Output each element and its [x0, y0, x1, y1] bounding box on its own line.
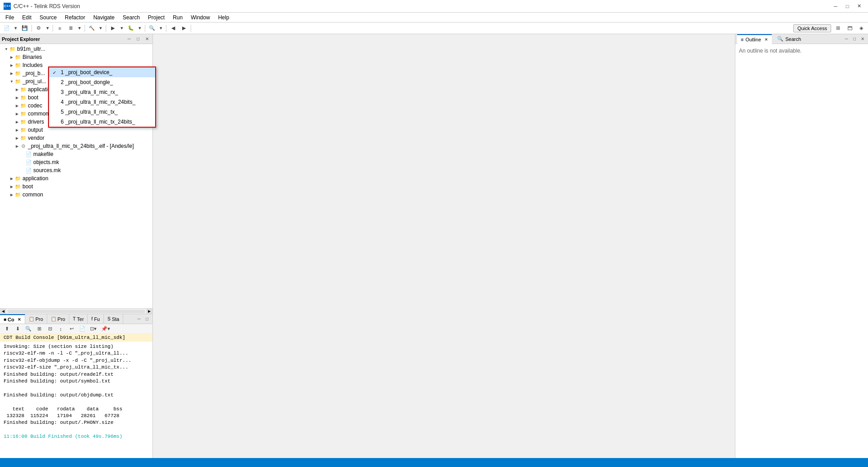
console-btn6[interactable]: ↕	[56, 325, 66, 334]
toolbar-new[interactable]: 📄	[2, 24, 12, 33]
dropdown-item-1[interactable]: ✓ 1 _proj_boot_device_	[49, 67, 155, 77]
toolbar-new-dropdown[interactable]: ▾	[13, 24, 19, 33]
console-toolbar: ⬆ ⬇ 🔍 ⊞ ⊟ ↕ ↩ 📄 ⊡▾ 📌▾	[0, 324, 152, 334]
toolbar-btn3[interactable]: ≡	[55, 24, 65, 33]
toolbar-btn2[interactable]: ⚙	[34, 24, 44, 33]
tree-item-boot2[interactable]: ▶ 📁 boot	[0, 182, 152, 191]
close-button[interactable]: ✕	[854, 2, 864, 10]
tree-scroll-right[interactable]: ▶	[146, 309, 152, 314]
menu-window[interactable]: Window	[187, 13, 214, 22]
dropdown-item-2[interactable]: 2 _proj_boot_dongle_	[49, 77, 155, 87]
menu-search[interactable]: Search	[119, 13, 143, 22]
right-panel-minimize[interactable]: ─	[843, 36, 850, 43]
tab-search[interactable]: 🔍 Search	[774, 34, 805, 44]
console-btn3[interactable]: 🔍	[23, 325, 33, 334]
main-layout: ✓ 1 _proj_boot_device_ 2 _proj_boot_dong…	[0, 34, 868, 467]
toolbar-build[interactable]: 🔨	[87, 24, 97, 33]
toolbar-icon2[interactable]: 🗖	[845, 24, 855, 33]
console-line-2: riscv32-elf-nm -n -l -C "_proj_ultra_ll.…	[4, 350, 149, 357]
tree-scroll-left[interactable]: ◀	[0, 309, 6, 314]
tree-item-makefile[interactable]: 📄 makefile	[0, 150, 152, 158]
toolbar-debug[interactable]: 🐛	[126, 24, 136, 33]
tree-item-binaries[interactable]: ▶ 📁 Binaries	[0, 53, 152, 61]
toolbar-sep5	[145, 25, 145, 32]
console-minimize[interactable]: ─	[135, 316, 143, 323]
tree-item-application2[interactable]: ▶ 📁 application	[0, 174, 152, 182]
tab-fu[interactable]: f Fu	[88, 314, 104, 324]
toolbar-search-dropdown[interactable]: ▾	[158, 24, 164, 33]
console-display-dropdown[interactable]: ⊡▾	[88, 325, 98, 334]
right-panel-close[interactable]: ✕	[859, 36, 866, 43]
console-line-1: Invoking: Size (section size listing)	[4, 343, 149, 350]
console-pin-dropdown[interactable]: 📌▾	[99, 325, 112, 334]
toolbar-icon3[interactable]: ◈	[856, 24, 866, 33]
folder-icon-boot2: 📁	[14, 183, 22, 190]
console-btn8[interactable]: 📄	[77, 325, 87, 334]
toolbar-save[interactable]: 💾	[20, 24, 30, 33]
tree-arrow-sources-mk	[20, 169, 25, 173]
toolbar-search[interactable]: 🔍	[147, 24, 157, 33]
menu-refactor[interactable]: Refactor	[61, 13, 89, 22]
check-icon-4	[53, 100, 59, 105]
menu-navigate[interactable]: Navigate	[89, 13, 118, 22]
console-btn1[interactable]: ⬆	[2, 325, 12, 334]
dropdown-item-5[interactable]: 5 _proj_ultra_ll_mic_tx_	[49, 107, 155, 117]
toolbar-run2-dropdown[interactable]: ▾	[119, 24, 125, 33]
toolbar-run[interactable]: ▶	[108, 24, 118, 33]
right-panel-maximize[interactable]: □	[851, 36, 858, 43]
tab-console-close[interactable]: ✕	[18, 317, 21, 322]
toolbar-debug-dropdown[interactable]: ▾	[137, 24, 143, 33]
tab-sta[interactable]: S Sta	[104, 314, 123, 324]
tree-item-common2[interactable]: ▶ 📁 common	[0, 191, 152, 199]
toolbar-btn4-dropdown[interactable]: ▾	[76, 24, 83, 33]
dropdown-item-4[interactable]: 4 _proj_ultra_ll_mic_rx_24bits_	[49, 97, 155, 107]
dropdown-item-3[interactable]: 3 _proj_ultra_ll_mic_rx_	[49, 87, 155, 97]
minimize-button[interactable]: ─	[830, 2, 841, 10]
toolbar-back[interactable]: ◀	[168, 24, 178, 33]
tab-outline[interactable]: ≡ Outline ✕	[737, 34, 772, 44]
tree-label-common: common	[28, 111, 49, 117]
tab-pro2-label: Pro	[58, 316, 65, 322]
toolbar-build-dropdown[interactable]: ▾	[45, 24, 51, 33]
project-explorer-close[interactable]: ✕	[143, 36, 151, 43]
toolbar-icon1[interactable]: ⊞	[833, 24, 843, 33]
console-btn5[interactable]: ⊟	[45, 325, 55, 334]
tree-item-elf[interactable]: ▶ ⚙ _proj_ultra_ll_mic_tx_24bits_.elf - …	[0, 142, 152, 150]
tab-pro2[interactable]: 📋 Pro	[47, 314, 69, 324]
toolbar-forward[interactable]: ▶	[179, 24, 189, 33]
tree-item-vendor[interactable]: ▶ 📁 vendor	[0, 134, 152, 142]
menu-source[interactable]: Source	[36, 13, 60, 22]
tree-arrow-codec: ▶	[14, 104, 20, 108]
tab-fu-label: Fu	[94, 316, 100, 322]
tab-ter[interactable]: T Ter	[69, 314, 88, 324]
toolbar-run-dropdown[interactable]: ▾	[98, 24, 104, 33]
console-body[interactable]: Invoking: Size (section size listing) ri…	[0, 342, 152, 462]
file-icon-objects-mk: 📄	[25, 159, 32, 166]
console-maximize[interactable]: □	[143, 316, 151, 323]
project-explorer-minimize[interactable]: ─	[125, 36, 133, 43]
tree-item-root[interactable]: ▼ 📁 b91m_ultr...	[0, 45, 152, 53]
menu-help[interactable]: Help	[215, 13, 233, 22]
right-panel: ≡ Outline ✕ 🔍 Search ─ □ ✕ An outline is…	[735, 34, 868, 467]
tree-item-objects-mk[interactable]: 📄 objects.mk	[0, 158, 152, 166]
tab-outline-close[interactable]: ✕	[765, 37, 768, 42]
menu-edit[interactable]: Edit	[18, 13, 35, 22]
tab-console[interactable]: ■ Co ✕	[0, 314, 25, 324]
project-explorer-maximize[interactable]: □	[134, 36, 142, 43]
menu-project[interactable]: Project	[144, 13, 168, 22]
tree-item-sources-mk[interactable]: 📄 sources.mk	[0, 166, 152, 174]
toolbar-btn4[interactable]: ≣	[66, 24, 76, 33]
maximize-button[interactable]: □	[842, 2, 853, 10]
tab-pro1[interactable]: 📋 Pro	[25, 314, 47, 324]
tree-label-codec: codec	[28, 102, 42, 109]
dropdown-item-6[interactable]: 6 _proj_ultra_ll_mic_tx_24bits_	[49, 117, 155, 127]
console-btn7[interactable]: ↩	[67, 325, 76, 334]
menu-file[interactable]: File	[2, 13, 18, 22]
window-title: C/C++ - Telink RDS Version	[13, 3, 80, 9]
main-toolbar: 📄 ▾ 💾 ⚙ ▾ ≡ ≣ ▾ 🔨 ▾ ▶ ▾ 🐛 ▾ 🔍 ▾ ◀ ▶ Quic…	[0, 22, 868, 34]
menu-run[interactable]: Run	[169, 13, 186, 22]
file-icon-sources-mk: 📄	[25, 167, 32, 174]
quick-access-button[interactable]: Quick Access	[793, 24, 831, 32]
console-btn4[interactable]: ⊞	[34, 325, 44, 334]
console-btn2[interactable]: ⬇	[13, 325, 22, 334]
